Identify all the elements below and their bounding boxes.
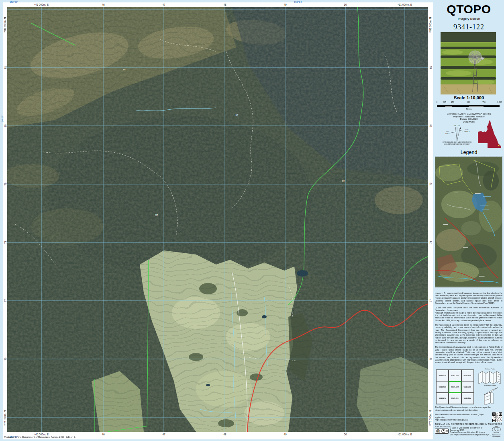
scale-label: Scale 1:10,000 bbox=[434, 95, 504, 100]
current-sheet-cell: 9341-122 bbox=[449, 381, 461, 392]
easting-label-top: ⁴51 000m. E bbox=[398, 3, 412, 6]
qtopo-map-sheet-page: MT MT MT MT ⁴45 000m. E 46 47 48 49 50 ⁴… bbox=[0, 0, 504, 441]
vertical-folds-label: Vertical Folds bbox=[477, 368, 503, 370]
easting-label-bottom: 49 bbox=[284, 433, 286, 436]
queensland-shape bbox=[478, 120, 501, 148]
declination-caption-box: UTM GRID AND 2023 MAGNETIC NORTH DECLINA… bbox=[434, 142, 480, 148]
easting-label-bottom: 50 bbox=[344, 433, 347, 436]
page-title: QTOPO bbox=[434, 2, 504, 16]
adjacent-sheet-cell: 9441-433 bbox=[461, 381, 474, 392]
vertical-folds-diagram bbox=[478, 371, 502, 384]
scale-tick: 0 bbox=[437, 101, 438, 103]
disclaimer-paragraph: The representation of any road or track … bbox=[435, 346, 502, 364]
queensland-locator-map bbox=[475, 120, 503, 150]
magnetic-mils: 198 MILS bbox=[464, 131, 470, 133]
metadata-note: Metadata information can be obtained via… bbox=[435, 413, 491, 418]
peak-label: MT bbox=[236, 114, 239, 116]
sheet-number: 9341-122 bbox=[434, 23, 504, 31]
edition-subtitle: Imagery Edition bbox=[434, 17, 504, 21]
easting-label-top: 47 bbox=[162, 3, 165, 6]
easting-label-top: 49 bbox=[284, 3, 286, 6]
marginalia-panel: QTOPO Imagery Edition 9341-122 bbox=[434, 0, 504, 441]
northing-label-right: ⁷⁰82 000m. N bbox=[429, 17, 432, 33]
northing-label-right: 79 bbox=[429, 183, 432, 185]
peak-label: MT bbox=[342, 180, 345, 182]
northing-label-left: ⁷⁰82 000m. N bbox=[4, 17, 7, 33]
easting-label-top: 46 bbox=[102, 3, 104, 6]
northing-label-left: 80 bbox=[4, 124, 7, 127]
tn-label: TN bbox=[457, 125, 459, 127]
easting-label-top: ⁴45 000m. E bbox=[34, 3, 49, 6]
easting-label-top: 48 bbox=[223, 3, 226, 6]
horizontal-folds-label: Horizontal Folds bbox=[477, 384, 503, 386]
adjacent-sheet-cell: 9341-123 bbox=[436, 381, 449, 392]
northing-label-right: 81 bbox=[429, 66, 432, 69]
adjacent-sheet-cell: 9341-214 bbox=[436, 393, 449, 404]
sheet-location-dot bbox=[498, 145, 499, 146]
scale-tick: 750 bbox=[482, 101, 486, 103]
disclaimer-paragraph: Although effort has been made to make th… bbox=[435, 312, 502, 322]
legend-heading: Legend bbox=[434, 150, 504, 155]
northing-label-left: 79 bbox=[4, 183, 7, 185]
adjacent-sheets-grid: 9341-124 9341-121 9441-434 9341-123 9341… bbox=[436, 369, 474, 404]
qld-government-logo-text: Queensland Government bbox=[486, 434, 504, 440]
northing-label-right: 78 bbox=[429, 241, 432, 244]
northing-label-left: 77 bbox=[4, 299, 7, 302]
adjacent-sheet-cell: 9341-121 bbox=[449, 370, 461, 381]
scale-units: Metres bbox=[434, 108, 504, 110]
northing-label-right: ⁷⁰75 000m. N bbox=[429, 410, 432, 426]
qld-government-crest-icon bbox=[491, 424, 502, 434]
adjacent-sheet-cell: 9441-434 bbox=[461, 370, 474, 381]
scale-tick-row: 0 125 250 500 750 1,000 bbox=[437, 101, 500, 105]
production-note-box: Produced by the Department of Resources.… bbox=[4, 435, 245, 441]
copyright-line: © State of Queensland (Department of Res… bbox=[450, 427, 492, 431]
declination-diagram: GN TN 0°15' 4 MILS 11°10' 198 MILS bbox=[439, 124, 475, 142]
northing-label-right: 80 bbox=[429, 124, 432, 127]
scale-tick: 500 bbox=[467, 101, 470, 103]
peak-label: MT bbox=[123, 69, 126, 71]
scale-units-box: Metres bbox=[434, 108, 504, 112]
grid-convergence-mils: 4 MILS bbox=[445, 133, 450, 135]
scale-tick: 250 bbox=[451, 101, 454, 103]
graticule-label: 152°04' bbox=[294, 1, 302, 3]
dissemination-note: The Queensland Government supports and e… bbox=[435, 406, 502, 411]
horizontal-folds-diagram bbox=[479, 387, 501, 405]
gn-label: GN bbox=[454, 125, 456, 127]
scale-tick: 1,000 bbox=[497, 101, 502, 103]
svg-text:CC: CC bbox=[437, 430, 440, 432]
metadata-url: https://qtopo.information.qld.gov.au/ bbox=[435, 418, 491, 421]
graticule-label: 26°57' bbox=[1, 115, 4, 122]
northing-label-left: 76 bbox=[4, 357, 7, 360]
disclaimer-paragraph: QTopo has been compiled from the best in… bbox=[435, 306, 502, 312]
northing-label-right: 76 bbox=[429, 357, 432, 360]
contour-lines bbox=[7, 7, 428, 432]
disclaimer-paragraph: The Queensland Government takes no respo… bbox=[435, 324, 502, 344]
adjacent-sheet-cell: 9441-544 bbox=[461, 393, 474, 404]
adjacent-sheet-cell: 9341-211 bbox=[449, 393, 461, 404]
easting-label-top: 50 bbox=[344, 3, 347, 6]
declination-caption: DECLINATION AT CENTRE OF SHEET bbox=[434, 143, 480, 145]
legend-sample-map bbox=[435, 156, 502, 287]
northing-label-right: 77 bbox=[429, 299, 432, 302]
northing-label-left: 78 bbox=[4, 241, 7, 244]
northing-label-left: ⁷⁰75 000m. N bbox=[4, 410, 7, 426]
qr-code bbox=[492, 412, 502, 422]
creative-commons-icon: CC bbox=[435, 429, 449, 434]
aerial-imagery: MT MT MT MT bbox=[7, 7, 428, 432]
magnetic-angle: 11°10' bbox=[465, 129, 469, 131]
adjacent-sheet-cell: 9341-124 bbox=[436, 370, 449, 381]
cover-photo-windmill bbox=[441, 32, 496, 94]
peak-label: MT bbox=[155, 214, 158, 216]
scale-bar bbox=[437, 105, 500, 107]
scale-tick: 125 bbox=[443, 101, 447, 103]
easting-label-bottom: ⁴51 000m. E bbox=[398, 433, 412, 436]
disclaimer-paragraph: Imagery: An access-restricted basemap im… bbox=[435, 292, 502, 304]
northing-label-left: 81 bbox=[4, 66, 7, 69]
logo-text-line: Government bbox=[486, 436, 504, 437]
grid-convergence-angle: 0°15' bbox=[446, 131, 449, 133]
production-note: Produced by the Department of Resources.… bbox=[4, 435, 245, 438]
map-sheet: MT MT MT MT bbox=[3, 2, 433, 439]
graticule-label: 152°00' bbox=[10, 1, 18, 3]
